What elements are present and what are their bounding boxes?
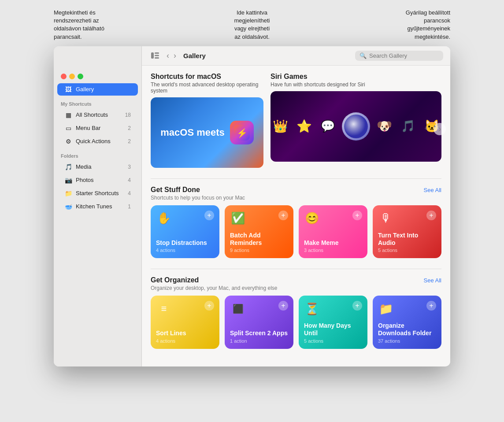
- make-meme-icon: 😊: [304, 211, 320, 226]
- shortcut-card-split-screen[interactable]: ⬛ + Split Screen 2 Apps 1 action: [225, 296, 293, 349]
- get-stuff-done-header: Get Stuff Done Shortcuts to help you foc…: [151, 186, 441, 201]
- card-bottom: Batch Add Reminders 9 actions: [230, 232, 288, 253]
- sidebar-item-quick-actions[interactable]: ⚙ Quick Actions 2: [57, 135, 138, 148]
- shortcut-card-turn-text-into-audio[interactable]: 🎙 + Turn Text Into Audio 5 actions: [373, 205, 441, 259]
- card-bottom: Turn Text Into Audio 5 actions: [378, 232, 436, 253]
- organize-downloads-actions: 37 actions: [378, 338, 436, 344]
- card-bottom: Stop Distractions 4 actions: [156, 239, 214, 253]
- quick-actions-icon: ⚙: [64, 137, 72, 145]
- featured-card-macos[interactable]: Shortcuts for macOS The world's most adv…: [151, 73, 263, 168]
- app-window: 🖼 Gallery My Shortcuts ▦ All Shortcuts 1…: [54, 46, 450, 366]
- sort-lines-actions: 4 actions: [156, 338, 214, 344]
- card-top: ✋ +: [156, 211, 214, 226]
- get-stuff-done-titles: Get Stuff Done Shortcuts to help you foc…: [151, 186, 245, 201]
- svg-rect-2: [155, 55, 159, 56]
- sidebar-item-label: Menu Bar: [76, 125, 128, 131]
- siri-crown-icon: 👑: [271, 117, 290, 136]
- sidebar-item-count: 4: [128, 177, 131, 183]
- organize-downloads-title: Organize Downloads Folder: [378, 322, 436, 337]
- annotation-3: Gyárilag beállított parancsok gyűjtemény…: [318, 9, 450, 41]
- stop-distractions-add-button[interactable]: +: [204, 211, 214, 220]
- batch-add-reminders-add-button[interactable]: +: [278, 211, 288, 220]
- shortcuts-app-icon: ⚡: [230, 121, 254, 144]
- get-organized-see-all[interactable]: See All: [424, 277, 441, 284]
- get-organized-grid: ≡ + Sort Lines 4 actions ⬛ + Split: [151, 296, 441, 349]
- search-box[interactable]: 🔍: [355, 51, 443, 61]
- shortcut-card-sort-lines[interactable]: ≡ + Sort Lines 4 actions: [151, 296, 219, 349]
- split-screen-add-button[interactable]: +: [278, 301, 288, 311]
- siri-dog-icon: 🐶: [374, 117, 394, 136]
- sidebar-item-count: 4: [128, 190, 131, 196]
- kitchen-tunes-icon: 🥣: [64, 203, 72, 211]
- siri-orb-icon: [342, 112, 370, 141]
- card-bottom: Make Meme 3 actions: [304, 239, 362, 253]
- sidebar-item-menu-bar[interactable]: ▭ Menu Bar 2: [57, 122, 138, 134]
- featured-card-siri[interactable]: Siri Games Have fun with shortcuts desig…: [271, 73, 441, 168]
- shortcut-card-how-many-days[interactable]: ⏳ + How Many Days Until 5 actions: [299, 296, 367, 349]
- sidebar-item-count: 3: [128, 164, 131, 170]
- sidebar-item-label: Starter Shortcuts: [76, 190, 128, 196]
- sidebar-item-label: All Shortcuts: [76, 111, 125, 118]
- get-stuff-done-title: Get Stuff Done: [151, 186, 245, 194]
- sidebar-item-gallery[interactable]: 🖼 Gallery: [57, 83, 138, 96]
- card-top: 😊 +: [304, 211, 362, 226]
- svg-rect-3: [155, 57, 159, 59]
- sidebar-item-label: Kitchen Tunes: [76, 203, 128, 210]
- card-top: ⬛ +: [230, 301, 288, 317]
- sidebar-item-starter-shortcuts[interactable]: 📁 Starter Shortcuts 4: [57, 187, 138, 200]
- organize-downloads-add-button[interactable]: +: [426, 301, 436, 311]
- menu-bar-icon: ▭: [64, 124, 72, 132]
- macos-card-content: macOS meets: [160, 121, 254, 144]
- sort-lines-title: Sort Lines: [156, 329, 214, 337]
- sidebar-item-all-shortcuts[interactable]: ▦ All Shortcuts 18: [57, 109, 138, 121]
- get-stuff-done-see-all[interactable]: See All: [424, 187, 441, 193]
- sidebar-item-kitchen-tunes[interactable]: 🥣 Kitchen Tunes 1: [57, 200, 138, 213]
- toolbar-title: Gallery: [183, 52, 206, 59]
- sidebar-toggle-button[interactable]: [149, 51, 161, 60]
- sidebar-item-count: 2: [128, 125, 131, 131]
- how-many-days-icon: ⏳: [304, 301, 320, 317]
- shortcut-card-organize-downloads[interactable]: 📁 + Organize Downloads Folder 37 actions: [373, 296, 441, 349]
- featured-siri-subtitle: Have fun with shortcuts designed for Sir…: [271, 81, 441, 88]
- media-icon: 🎵: [64, 163, 72, 171]
- card-bottom: Sort Lines 4 actions: [156, 329, 214, 344]
- sort-lines-add-button[interactable]: +: [204, 301, 214, 311]
- shortcut-card-make-meme[interactable]: 😊 + Make Meme 3 actions: [299, 205, 367, 259]
- card-top: 🎙 +: [378, 211, 436, 226]
- sidebar-item-label: Gallery: [76, 86, 131, 93]
- search-input[interactable]: [369, 52, 439, 59]
- how-many-days-actions: 5 actions: [304, 338, 362, 344]
- shortcut-card-batch-add-reminders[interactable]: ✅ + Batch Add Reminders 9 actions: [225, 205, 293, 259]
- get-organized-header: Get Organized Organize your desktop, you…: [151, 276, 441, 291]
- turn-text-into-audio-add-button[interactable]: +: [426, 211, 436, 220]
- siri-quote-icon: 💬: [318, 117, 337, 136]
- stop-distractions-title: Stop Distractions: [156, 239, 214, 247]
- get-organized-titles: Get Organized Organize your desktop, you…: [151, 276, 277, 291]
- macos-meets-text: macOS meets: [160, 127, 225, 138]
- shortcut-card-stop-distractions[interactable]: ✋ + Stop Distractions 4 actions: [151, 205, 219, 259]
- organize-downloads-icon: 📁: [378, 301, 394, 317]
- close-button[interactable]: [61, 74, 67, 79]
- sidebar-item-label: Photos: [76, 177, 128, 183]
- make-meme-add-button[interactable]: +: [352, 211, 362, 220]
- back-button[interactable]: ‹: [165, 51, 171, 60]
- maximize-button[interactable]: [78, 74, 83, 79]
- sidebar-item-media[interactable]: 🎵 Media 3: [57, 161, 138, 173]
- sidebar-item-photos[interactable]: 📷 Photos 4: [57, 174, 138, 186]
- split-screen-actions: 1 action: [230, 338, 288, 344]
- search-icon: 🔍: [359, 52, 367, 59]
- card-bottom: How Many Days Until 5 actions: [304, 322, 362, 344]
- featured-siri-image: 👑 ⭐ 💬: [271, 91, 441, 162]
- featured-macos-title: Shortcuts for macOS: [151, 73, 263, 81]
- sidebar: 🖼 Gallery My Shortcuts ▦ All Shortcuts 1…: [54, 46, 142, 366]
- minimize-button[interactable]: [69, 74, 75, 79]
- featured-macos-subtitle: The world's most advanced desktop operat…: [151, 81, 263, 94]
- forward-button[interactable]: ›: [172, 51, 178, 60]
- how-many-days-add-button[interactable]: +: [352, 301, 362, 311]
- photos-icon: 📷: [64, 176, 72, 184]
- siri-star-icon: ⭐: [294, 117, 314, 136]
- make-meme-title: Make Meme: [304, 239, 362, 247]
- featured-next-arrow[interactable]: ›: [434, 123, 446, 135]
- get-stuff-done-grid: ✋ + Stop Distractions 4 actions ✅ +: [151, 205, 441, 259]
- annotation-2: Ide kattintva megjelenítheti vagy elrejt…: [186, 9, 318, 41]
